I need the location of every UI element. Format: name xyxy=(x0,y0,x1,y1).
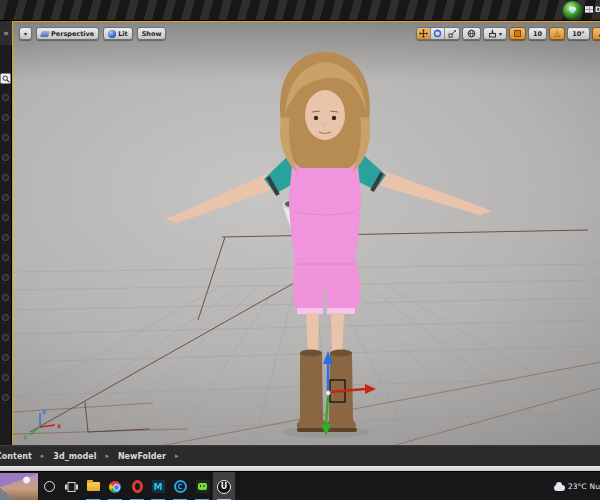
chrome-icon[interactable] xyxy=(104,472,126,500)
viewport-options-button[interactable]: ▾ xyxy=(19,27,32,40)
scale-snap-icon[interactable] xyxy=(592,27,600,40)
axis-z-label: z xyxy=(42,408,46,416)
breadcrumb-newfolder[interactable]: NewFolder xyxy=(118,452,166,461)
viewport-toolbar-right: ▾ 10 △ 10° 0,25 xyxy=(416,27,600,40)
breadcrumb: Content ▸ 3d_model ▸ NewFolder ▸ xyxy=(0,452,178,461)
rail-bullet-icon[interactable] xyxy=(2,174,9,181)
expand-panel-button[interactable]: » xyxy=(0,21,12,45)
lit-sphere-icon xyxy=(108,30,116,38)
grid-icon xyxy=(585,6,593,13)
left-rail: » xyxy=(0,21,12,445)
search-icon[interactable] xyxy=(0,73,11,84)
desktop-thumbnail[interactable] xyxy=(0,473,38,500)
breadcrumb-arrow-icon: ▸ xyxy=(175,452,179,460)
rail-bullet-icon[interactable] xyxy=(2,254,9,261)
rail-bullet-icon[interactable] xyxy=(2,134,9,141)
rail-bullet-icon[interactable] xyxy=(2,234,9,241)
breadcrumb-content[interactable]: Content xyxy=(0,452,32,461)
content-browser-path-bar: Content ▸ 3d_model ▸ NewFolder ▸ xyxy=(0,445,600,466)
rotation-snap-value[interactable]: 10° xyxy=(567,27,589,40)
rail-bullet-icon[interactable] xyxy=(2,374,9,381)
breadcrumb-arrow-icon: ▸ xyxy=(41,452,45,460)
axis-y-label: y xyxy=(23,433,28,441)
breadcrumb-3d-model[interactable]: 3d_model xyxy=(53,452,96,461)
lit-button[interactable]: Lit xyxy=(103,27,132,40)
axis-x-label: x xyxy=(57,422,62,430)
gizmo-y-axis[interactable] xyxy=(326,396,328,425)
rail-bullet-icon[interactable] xyxy=(2,94,9,101)
weather-widget[interactable]: 23°C Nu xyxy=(554,472,600,500)
cortana-icon[interactable] xyxy=(38,472,60,500)
rail-bullet-icon[interactable] xyxy=(2,314,9,321)
recorder-label: DC xyxy=(595,5,600,14)
scale-tool-icon[interactable] xyxy=(445,28,459,39)
opera-icon[interactable] xyxy=(126,472,148,500)
rail-bullet-icon[interactable] xyxy=(2,114,9,121)
face xyxy=(305,90,345,140)
gem-icon xyxy=(569,7,577,14)
gem-capture-icon[interactable] xyxy=(563,1,582,20)
grid-snap-value[interactable]: 10 xyxy=(528,27,547,40)
rail-bullet-icon[interactable] xyxy=(2,274,9,281)
rotation-snap-icon[interactable]: △ xyxy=(549,27,565,40)
editor-window: DC » xyxy=(0,0,600,500)
shorts xyxy=(293,258,361,313)
taskbar: M C U 23°C Nu xyxy=(0,471,600,500)
scene-canvas[interactable]: z x y xyxy=(13,22,600,445)
perspective-icon xyxy=(40,31,50,37)
weather-condition: Nu xyxy=(590,482,600,491)
rail-bullet-icon[interactable] xyxy=(2,294,9,301)
rail-bullet-icon[interactable] xyxy=(2,154,9,161)
show-button[interactable]: Show xyxy=(137,27,167,40)
rail-bullet-icon[interactable] xyxy=(2,394,9,401)
viewport[interactable]: z x y ▾ Perspective Lit Show xyxy=(12,21,600,445)
c-app-icon[interactable]: C xyxy=(169,472,191,500)
rail-bullet-icon[interactable] xyxy=(2,354,9,361)
viewport-toolbar-left: ▾ Perspective Lit Show xyxy=(19,27,166,40)
rail-bullet-icon[interactable] xyxy=(2,214,9,221)
rail-bullets xyxy=(0,90,11,401)
rail-bullet-icon[interactable] xyxy=(2,194,9,201)
surface-snap-icon[interactable]: ▾ xyxy=(483,27,507,40)
move-tool-icon[interactable] xyxy=(417,28,431,39)
grid-snap-icon[interactable] xyxy=(509,27,526,40)
perspective-button[interactable]: Perspective xyxy=(36,27,99,40)
green-app-icon[interactable] xyxy=(191,472,213,500)
rail-bullet-icon[interactable] xyxy=(2,334,9,341)
rotate-tool-icon[interactable] xyxy=(431,28,445,39)
task-view-icon[interactable] xyxy=(60,472,82,500)
breadcrumb-arrow-icon: ▸ xyxy=(105,452,109,460)
maya-icon[interactable]: M xyxy=(147,472,169,500)
cloud-icon xyxy=(554,485,565,491)
file-explorer-icon[interactable] xyxy=(82,472,104,500)
weather-temp: 23°C xyxy=(568,482,587,491)
unreal-engine-icon[interactable]: U xyxy=(213,472,235,500)
world-space-icon[interactable] xyxy=(462,27,481,40)
window-title-bar: DC xyxy=(0,0,600,21)
